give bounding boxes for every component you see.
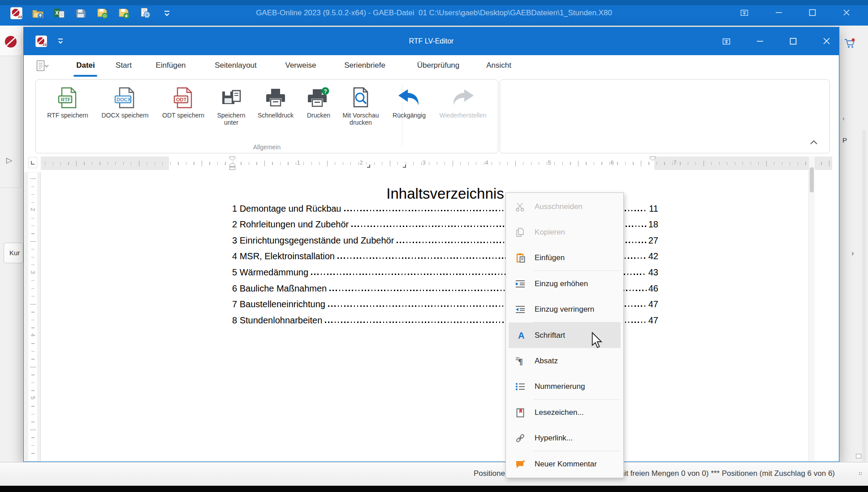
ruler-number: 4 — [30, 332, 36, 337]
ruler-row: 1 2 3 4 5 6 7 — [24, 155, 839, 172]
save-as-icon — [220, 87, 242, 109]
collapse-ribbon-icon[interactable] — [810, 139, 818, 147]
file-docx-icon: DOCX — [114, 87, 136, 109]
save-icon[interactable] — [75, 7, 87, 19]
expand-chevron-icon[interactable]: › — [851, 249, 854, 258]
context-menu: Ausschneiden Kopieren Einfügen — [505, 192, 624, 478]
indent-increase-icon — [506, 279, 535, 289]
tab-serienbriefe[interactable]: Serienbriefe — [344, 55, 385, 76]
mit-vorschau-drucken-button[interactable]: Mit Vorschau drucken — [336, 84, 386, 139]
gaeb-logo-icon[interactable]: 23 — [10, 7, 22, 19]
save-options-icon[interactable] — [96, 7, 108, 19]
editor-window-title: RTF LV-Editor — [158, 27, 704, 55]
maximize-button[interactable] — [786, 34, 800, 48]
rtf-editor-window: 23 RTF LV-Editor — [23, 27, 839, 462]
hyperlink-icon — [506, 433, 535, 444]
ruler-number: 4 — [484, 159, 489, 166]
vertical-ruler[interactable]: 2 3 4 5 — [28, 173, 37, 461]
docx-speichern-button[interactable]: DOCX DOCX speichern — [97, 84, 153, 139]
minimize-button[interactable] — [772, 5, 786, 20]
ruler-number: 2 — [30, 207, 36, 212]
quick-print-icon — [265, 87, 286, 109]
print-preview-icon — [351, 87, 370, 109]
svg-text:?: ? — [324, 88, 327, 95]
tab-stop-marker[interactable] — [403, 165, 406, 168]
tab-verweise[interactable]: Verweise — [285, 55, 316, 76]
menu-item-hyperlink[interactable]: Hyperlink... — [506, 425, 623, 451]
expand-panel-arrow-icon[interactable]: ▷ — [6, 156, 12, 165]
ruler-number: 7 — [672, 159, 678, 166]
side-tab-kurztext[interactable]: Kur — [4, 243, 23, 263]
scrollbar-track[interactable] — [862, 130, 866, 462]
status-text-fragment: en (mit freien Mengen 0 von 0) *** Posit… — [605, 462, 835, 486]
bookmark-icon — [506, 407, 535, 418]
file-odt-icon: ODT — [173, 87, 194, 109]
close-button[interactable] — [840, 5, 853, 20]
tab-type-icon — [31, 161, 35, 165]
svg-text:23: 23 — [43, 43, 47, 47]
menu-item-nummerierung[interactable]: Nummerierung — [506, 374, 623, 399]
outer-titlebar: 23 X — [0, 0, 868, 26]
tab-start[interactable]: Start — [116, 55, 132, 76]
tab-ueberpruefung[interactable]: Überprüfung — [417, 55, 460, 76]
popout-button[interactable] — [720, 34, 733, 48]
menu-item-einfuegen[interactable]: Einfügen — [506, 245, 623, 270]
tab-selector-button[interactable] — [28, 157, 37, 168]
document-menu-icon[interactable] — [35, 60, 51, 73]
tab-einfuegen[interactable]: Einfügen — [155, 55, 186, 76]
screen: 23 X — [0, 0, 868, 492]
menu-item-neuer-kommentar[interactable]: Neuer Kommentar — [506, 451, 623, 477]
excel-export-icon[interactable]: X — [53, 7, 65, 19]
menu-item-kopieren[interactable]: Kopieren — [506, 219, 623, 245]
svg-text:A: A — [518, 331, 524, 340]
menu-item-ausschneiden[interactable]: Ausschneiden — [506, 194, 623, 219]
svg-text:ODT: ODT — [176, 97, 187, 102]
ruler-number: 5 — [546, 159, 552, 166]
svg-text:23: 23 — [18, 15, 22, 19]
scrollbar-thumb[interactable] — [810, 167, 814, 192]
save-download-icon[interactable] — [118, 7, 130, 19]
resize-grip[interactable] — [859, 472, 862, 475]
rtf-speichern-button[interactable]: RTF RTF speichern — [41, 84, 95, 139]
schnelldruck-button[interactable]: Schnelldruck — [252, 84, 299, 139]
mouse-cursor — [592, 332, 604, 352]
background-right-panel: ‹ P › — [839, 26, 868, 462]
tab-seitenlayout[interactable]: Seitenlayout — [215, 55, 257, 76]
tab-stop-marker[interactable] — [367, 165, 370, 168]
panel-divider — [21, 56, 21, 187]
font-icon: A — [509, 330, 535, 341]
minimize-button[interactable] — [753, 34, 767, 48]
mini-widget — [856, 454, 861, 458]
collapse-chevron-icon[interactable]: ‹ — [842, 114, 845, 122]
popout-button[interactable] — [738, 5, 751, 20]
outer-window-title: GAEB-Online 2023 (9.5.0.2-x64) - GAEB-Da… — [134, 0, 734, 26]
rueckgaengig-button[interactable]: Rückgängig — [387, 84, 431, 139]
undo-icon — [397, 87, 421, 109]
maximize-button[interactable] — [806, 5, 819, 20]
vertical-scrollbar[interactable] — [808, 157, 815, 462]
gaeb-logo-icon: 23 — [35, 35, 47, 47]
wiederherstellen-button[interactable]: Wiederherstellen — [434, 84, 492, 139]
tab-ansicht[interactable]: Ansicht — [486, 55, 511, 76]
menu-item-lesezeichen[interactable]: Lesezeichen... — [506, 400, 623, 425]
numbering-icon — [506, 381, 535, 392]
active-tab-underline — [73, 75, 97, 77]
menu-item-absatz[interactable]: ¶ Absatz — [506, 348, 623, 374]
print-icon: ? — [307, 87, 330, 109]
menu-item-einzug-erhoehen[interactable]: Einzug erhöhen — [506, 271, 623, 296]
tab-datei[interactable]: Datei — [76, 55, 95, 76]
open-folder-icon[interactable] — [32, 7, 44, 19]
left-indent-marker[interactable] — [229, 167, 235, 170]
file-rtf-icon: RTF — [57, 87, 78, 109]
drucken-button[interactable]: ? Drucken — [300, 84, 337, 139]
horizontal-ruler[interactable]: 1 2 3 4 5 6 7 — [41, 157, 832, 170]
new-comment-icon — [506, 459, 535, 470]
ribbon-group-empty — [500, 79, 830, 153]
ruler-number: 3 — [30, 270, 36, 274]
speichern-unter-button[interactable]: Speichern unter — [210, 84, 253, 139]
copy-icon — [506, 227, 535, 238]
odt-speichern-button[interactable]: ODT ODT speichern — [157, 84, 210, 139]
menu-item-einzug-verringern[interactable]: Einzug verringern — [506, 296, 623, 322]
close-button[interactable] — [820, 34, 833, 48]
qat-chevron-icon[interactable] — [56, 36, 65, 48]
